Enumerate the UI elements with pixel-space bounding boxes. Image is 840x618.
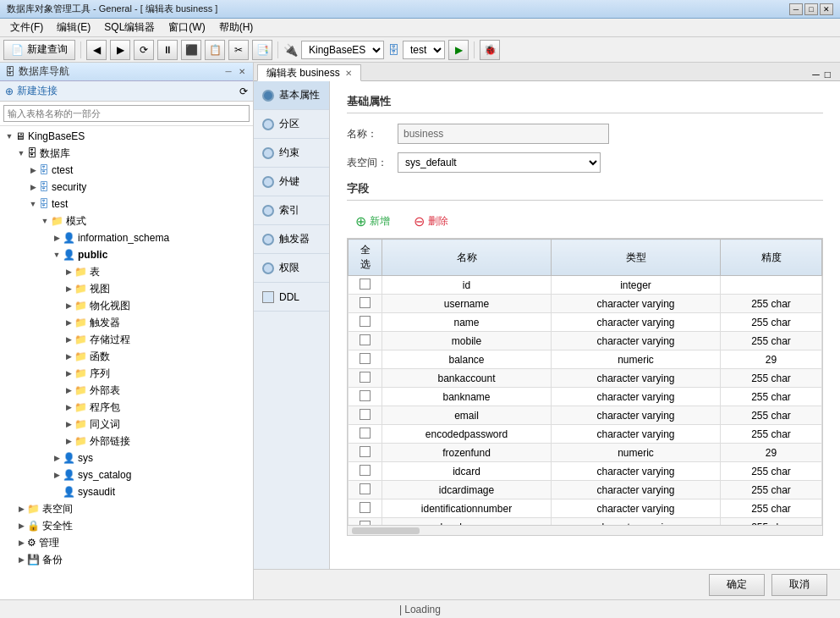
tree-row-procs[interactable]: ▶ 📁 存储过程 (61, 331, 251, 348)
maximize-editor-icon[interactable]: □ (822, 69, 833, 80)
tree-row-tablespace[interactable]: ▶ 📁 表空间 (14, 500, 251, 517)
tree-row-schema[interactable]: ▼ 📁 模式 (37, 212, 251, 229)
run-button[interactable]: ▶ (448, 40, 469, 60)
right-panel: 编辑表 business ✕ ─ □ 基本属性 分区 (254, 63, 840, 599)
tablespace-select[interactable]: sys_default (398, 152, 601, 173)
tree-row-kingbasees[interactable]: ▼ 🖥 KingBaseES (2, 128, 251, 145)
tree-row-sysaudit[interactable]: 👤 sysaudit (49, 483, 251, 500)
tree-row-packages[interactable]: ▶ 📁 程序包 (61, 399, 251, 416)
nav-foreign-keys[interactable]: 外键 (254, 168, 329, 196)
menu-window[interactable]: 窗口(W) (162, 19, 211, 36)
col-name: 名称 (382, 240, 552, 276)
tree-row-security-top[interactable]: ▶ 🔒 安全性 (14, 517, 251, 534)
row-checkbox-cell (349, 388, 382, 406)
menu-file[interactable]: 文件(F) (3, 19, 50, 36)
window-controls: ─ □ ✕ (789, 3, 833, 15)
row-checkbox[interactable] (360, 297, 371, 308)
row-checkbox[interactable] (360, 428, 371, 439)
nav-dot-partition (262, 119, 274, 130)
tree-row-db[interactable]: ▼ 🗄 数据库 (14, 145, 251, 162)
expand-security: ▶ (27, 181, 39, 193)
scrollbar-thumb (352, 527, 420, 534)
row-checkbox[interactable] (360, 353, 371, 364)
new-query-button[interactable]: 📄 新建查询 (3, 40, 75, 60)
tree-row-synonyms[interactable]: ▶ 📁 同义词 (61, 416, 251, 433)
row-checkbox[interactable] (360, 465, 371, 476)
tree-row-matviews[interactable]: ▶ 📁 物化视图 (61, 297, 251, 314)
add-field-button[interactable]: ⊕ 新增 (347, 211, 398, 231)
search-input[interactable] (3, 105, 250, 122)
database-select[interactable]: test (403, 41, 445, 59)
close-button[interactable]: ✕ (820, 3, 833, 15)
row-checkbox-cell (349, 481, 382, 499)
menu-sql-editor[interactable]: SQL编辑器 (97, 19, 162, 36)
minimize-button[interactable]: ─ (789, 3, 803, 15)
minimize-editor-icon[interactable]: ─ (810, 69, 822, 80)
row-checkbox[interactable] (360, 334, 371, 345)
nav-basic-props[interactable]: 基本属性 (254, 81, 329, 110)
row-checkbox[interactable] (360, 502, 371, 513)
debug-button[interactable]: 🐞 (480, 40, 500, 60)
title-text: 数据库对象管理工具 - General - [ 编辑表 business ] (7, 3, 217, 15)
tree-row-info-schema[interactable]: ▶ 👤 information_schema (49, 229, 251, 246)
nav-indexes[interactable]: 索引 (254, 196, 329, 225)
confirm-button[interactable]: 确定 (709, 574, 765, 596)
maximize-button[interactable]: □ (804, 3, 818, 15)
toolbar-icon-btn-2[interactable]: ▶ (110, 40, 130, 60)
loading-separator: | (399, 604, 402, 615)
delete-field-button[interactable]: ⊖ 删除 (405, 211, 457, 231)
tree-row-ext-tables[interactable]: ▶ 📁 外部表 (61, 382, 251, 399)
horizontal-scrollbar[interactable] (347, 526, 823, 536)
toolbar-icon-btn-6[interactable]: 📋 (205, 40, 225, 60)
toolbar-icon-btn-5[interactable]: ⬛ (181, 40, 201, 60)
tree-row-sys[interactable]: ▶ 👤 sys (49, 450, 251, 466)
nav-constraints[interactable]: 约束 (254, 139, 329, 168)
tree-row-security[interactable]: ▶ 🗄 security (25, 179, 251, 196)
tree-row-admin[interactable]: ▶ ⚙ 管理 (14, 534, 251, 551)
row-precision: 255 char (721, 313, 822, 332)
nav-ddl[interactable]: DDL (254, 283, 329, 312)
tree-row-backup[interactable]: ▶ 💾 备份 (14, 551, 251, 568)
tree-row-ctest[interactable]: ▶ 🗄 ctest (25, 162, 251, 179)
row-checkbox[interactable] (360, 483, 371, 494)
toolbar-icon-btn-7[interactable]: ✂ (228, 40, 249, 60)
tab-close-icon[interactable]: ✕ (345, 69, 352, 78)
tree-row-seqs[interactable]: ▶ 📁 序列 (61, 365, 251, 382)
tree-row-funcs[interactable]: ▶ 📁 函数 (61, 348, 251, 365)
tree-row-views[interactable]: ▶ 📁 视图 (61, 280, 251, 297)
row-checkbox[interactable] (360, 521, 371, 526)
fields-table-scroll[interactable]: 全选 名称 类型 (348, 239, 822, 525)
row-checkbox[interactable] (360, 390, 371, 401)
name-input[interactable] (398, 124, 609, 144)
tree-row-public[interactable]: ▼ 👤 public (49, 246, 251, 263)
row-checkbox[interactable] (360, 316, 371, 327)
row-checkbox[interactable] (360, 279, 371, 290)
toolbar-icon-btn-1[interactable]: ◀ (86, 40, 107, 60)
row-checkbox[interactable] (360, 409, 371, 420)
new-conn-button[interactable]: ⊕ 新建连接 (5, 84, 58, 98)
section-title-basic: 基础属性 (347, 94, 823, 113)
nav-triggers[interactable]: 触发器 (254, 225, 329, 254)
minimize-panel-icon[interactable]: ─ (222, 66, 234, 78)
row-name: bankaccount (382, 369, 552, 388)
menu-edit[interactable]: 编辑(E) (50, 19, 97, 36)
tab-edit-business[interactable]: 编辑表 business ✕ (257, 64, 361, 81)
nav-partition[interactable]: 分区 (254, 110, 329, 139)
refresh-icon[interactable]: ⟳ (239, 86, 248, 97)
toolbar-icon-btn-3[interactable]: ⟳ (134, 40, 154, 60)
tree-row-test[interactable]: ▼ 🗄 test (25, 196, 251, 212)
toolbar-icon-btn-4[interactable]: ⏸ (157, 40, 178, 60)
nav-permissions[interactable]: 权限 (254, 254, 329, 283)
cancel-button[interactable]: 取消 (771, 574, 827, 596)
tree-row-triggers[interactable]: ▶ 📁 触发器 (61, 314, 251, 331)
close-panel-icon[interactable]: ✕ (236, 66, 248, 78)
row-checkbox[interactable] (360, 446, 371, 457)
tree-row-tables[interactable]: ▶ 📁 表 (61, 263, 251, 280)
connection-select[interactable]: KingBaseES (301, 41, 384, 59)
col-select-all[interactable]: 全选 (349, 240, 382, 276)
menu-help[interactable]: 帮助(H) (212, 19, 261, 36)
tree-row-sys-catalog[interactable]: ▶ 👤 sys_catalog (49, 466, 251, 483)
row-checkbox[interactable] (360, 372, 371, 383)
tree-row-ext-links[interactable]: ▶ 📁 外部链接 (61, 433, 251, 450)
toolbar-icon-btn-8[interactable]: 📑 (252, 40, 272, 60)
